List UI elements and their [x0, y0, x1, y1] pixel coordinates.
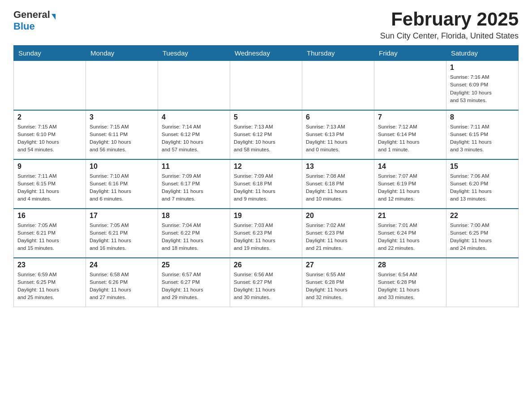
calendar-week-row: 2Sunrise: 7:15 AM Sunset: 6:10 PM Daylig…: [14, 110, 519, 159]
day-info: Sunrise: 7:10 AM Sunset: 6:16 PM Dayligh…: [90, 172, 154, 203]
day-info: Sunrise: 7:01 AM Sunset: 6:24 PM Dayligh…: [378, 222, 442, 253]
weekday-header-monday: Monday: [86, 46, 158, 61]
month-title: February 2025: [380, 9, 519, 30]
day-number: 13: [306, 163, 370, 171]
day-number: 21: [378, 212, 442, 220]
day-info: Sunrise: 7:14 AM Sunset: 6:12 PM Dayligh…: [162, 123, 226, 154]
day-number: 17: [90, 212, 154, 220]
calendar-cell: 11Sunrise: 7:09 AM Sunset: 6:17 PM Dayli…: [158, 159, 230, 209]
day-info: Sunrise: 7:05 AM Sunset: 6:21 PM Dayligh…: [90, 222, 154, 253]
calendar-week-row: 23Sunrise: 6:59 AM Sunset: 6:25 PM Dayli…: [14, 258, 519, 307]
calendar-cell: 2Sunrise: 7:15 AM Sunset: 6:10 PM Daylig…: [14, 110, 86, 159]
calendar-cell: 19Sunrise: 7:03 AM Sunset: 6:23 PM Dayli…: [230, 209, 302, 258]
day-info: Sunrise: 7:15 AM Sunset: 6:10 PM Dayligh…: [17, 123, 82, 154]
day-number: 19: [234, 212, 298, 220]
day-number: 9: [17, 163, 82, 171]
logo-general-text: General: [13, 9, 50, 21]
day-number: 1: [450, 64, 515, 72]
logo: General Blue: [13, 9, 56, 32]
calendar-cell: [14, 61, 86, 110]
calendar-cell: 13Sunrise: 7:08 AM Sunset: 6:18 PM Dayli…: [302, 159, 374, 209]
day-info: Sunrise: 6:58 AM Sunset: 6:26 PM Dayligh…: [90, 271, 154, 302]
day-info: Sunrise: 7:09 AM Sunset: 6:17 PM Dayligh…: [162, 172, 226, 203]
day-info: Sunrise: 7:12 AM Sunset: 6:14 PM Dayligh…: [378, 123, 442, 154]
day-number: 5: [234, 113, 298, 121]
calendar-cell: 26Sunrise: 6:56 AM Sunset: 6:27 PM Dayli…: [230, 258, 302, 307]
day-number: 6: [306, 113, 370, 121]
weekday-header-friday: Friday: [374, 46, 446, 61]
calendar-cell: 5Sunrise: 7:13 AM Sunset: 6:12 PM Daylig…: [230, 110, 302, 159]
day-info: Sunrise: 7:05 AM Sunset: 6:21 PM Dayligh…: [17, 222, 82, 253]
day-info: Sunrise: 7:08 AM Sunset: 6:18 PM Dayligh…: [306, 172, 370, 203]
calendar-cell: 24Sunrise: 6:58 AM Sunset: 6:26 PM Dayli…: [86, 258, 158, 307]
logo-blue-text: Blue: [13, 21, 35, 32]
day-info: Sunrise: 7:06 AM Sunset: 6:20 PM Dayligh…: [450, 172, 515, 203]
day-number: 14: [378, 163, 442, 171]
day-info: Sunrise: 7:16 AM Sunset: 6:09 PM Dayligh…: [450, 73, 515, 104]
day-number: 20: [306, 212, 370, 220]
calendar-cell: 7Sunrise: 7:12 AM Sunset: 6:14 PM Daylig…: [374, 110, 446, 159]
calendar-week-row: 1Sunrise: 7:16 AM Sunset: 6:09 PM Daylig…: [14, 61, 519, 110]
title-area: February 2025 Sun City Center, Florida, …: [380, 9, 519, 41]
day-info: Sunrise: 7:13 AM Sunset: 6:12 PM Dayligh…: [234, 123, 298, 154]
day-info: Sunrise: 7:02 AM Sunset: 6:23 PM Dayligh…: [306, 222, 370, 253]
weekday-header-wednesday: Wednesday: [230, 46, 302, 61]
day-number: 26: [234, 261, 298, 269]
calendar-cell: 20Sunrise: 7:02 AM Sunset: 6:23 PM Dayli…: [302, 209, 374, 258]
calendar-cell: 18Sunrise: 7:04 AM Sunset: 6:22 PM Dayli…: [158, 209, 230, 258]
calendar-cell: 3Sunrise: 7:15 AM Sunset: 6:11 PM Daylig…: [86, 110, 158, 159]
day-info: Sunrise: 7:15 AM Sunset: 6:11 PM Dayligh…: [90, 123, 154, 154]
calendar-cell: 16Sunrise: 7:05 AM Sunset: 6:21 PM Dayli…: [14, 209, 86, 258]
calendar-cell: 17Sunrise: 7:05 AM Sunset: 6:21 PM Dayli…: [86, 209, 158, 258]
calendar-cell: 6Sunrise: 7:13 AM Sunset: 6:13 PM Daylig…: [302, 110, 374, 159]
calendar-cell: 10Sunrise: 7:10 AM Sunset: 6:16 PM Dayli…: [86, 159, 158, 209]
day-info: Sunrise: 7:11 AM Sunset: 6:15 PM Dayligh…: [450, 123, 515, 154]
calendar-table: SundayMondayTuesdayWednesdayThursdayFrid…: [13, 45, 519, 307]
calendar-cell: 8Sunrise: 7:11 AM Sunset: 6:15 PM Daylig…: [446, 110, 519, 159]
day-info: Sunrise: 7:03 AM Sunset: 6:23 PM Dayligh…: [234, 222, 298, 253]
day-info: Sunrise: 6:56 AM Sunset: 6:27 PM Dayligh…: [234, 271, 298, 302]
calendar-cell: 22Sunrise: 7:00 AM Sunset: 6:25 PM Dayli…: [446, 209, 519, 258]
weekday-header-row: SundayMondayTuesdayWednesdayThursdayFrid…: [14, 46, 519, 61]
calendar-cell: [86, 61, 158, 110]
calendar-cell: [302, 61, 374, 110]
day-number: 4: [162, 113, 226, 121]
weekday-header-saturday: Saturday: [446, 46, 519, 61]
day-number: 8: [450, 113, 515, 121]
calendar-cell: [230, 61, 302, 110]
day-info: Sunrise: 7:07 AM Sunset: 6:19 PM Dayligh…: [378, 172, 442, 203]
calendar-cell: 9Sunrise: 7:11 AM Sunset: 6:15 PM Daylig…: [14, 159, 86, 209]
page-header: General Blue February 2025 Sun City Cent…: [13, 9, 519, 41]
calendar-cell: [374, 61, 446, 110]
calendar-week-row: 16Sunrise: 7:05 AM Sunset: 6:21 PM Dayli…: [14, 209, 519, 258]
calendar-cell: 12Sunrise: 7:09 AM Sunset: 6:18 PM Dayli…: [230, 159, 302, 209]
day-number: 27: [306, 261, 370, 269]
day-number: 7: [378, 113, 442, 121]
day-number: 22: [450, 212, 515, 220]
location-title: Sun City Center, Florida, United States: [380, 31, 519, 41]
day-number: 24: [90, 261, 154, 269]
calendar-cell: 25Sunrise: 6:57 AM Sunset: 6:27 PM Dayli…: [158, 258, 230, 307]
calendar-cell: 14Sunrise: 7:07 AM Sunset: 6:19 PM Dayli…: [374, 159, 446, 209]
day-number: 16: [17, 212, 82, 220]
day-number: 10: [90, 163, 154, 171]
day-number: 23: [17, 261, 82, 269]
calendar-cell: 1Sunrise: 7:16 AM Sunset: 6:09 PM Daylig…: [446, 61, 519, 110]
day-number: 12: [234, 163, 298, 171]
calendar-cell: 4Sunrise: 7:14 AM Sunset: 6:12 PM Daylig…: [158, 110, 230, 159]
calendar-cell: 23Sunrise: 6:59 AM Sunset: 6:25 PM Dayli…: [14, 258, 86, 307]
calendar-cell: 21Sunrise: 7:01 AM Sunset: 6:24 PM Dayli…: [374, 209, 446, 258]
day-info: Sunrise: 6:57 AM Sunset: 6:27 PM Dayligh…: [162, 271, 226, 302]
calendar-week-row: 9Sunrise: 7:11 AM Sunset: 6:15 PM Daylig…: [14, 159, 519, 209]
day-number: 28: [378, 261, 442, 269]
day-info: Sunrise: 7:09 AM Sunset: 6:18 PM Dayligh…: [234, 172, 298, 203]
calendar-cell: 28Sunrise: 6:54 AM Sunset: 6:28 PM Dayli…: [374, 258, 446, 307]
day-number: 2: [17, 113, 82, 121]
day-number: 18: [162, 212, 226, 220]
day-number: 25: [162, 261, 226, 269]
day-number: 11: [162, 163, 226, 171]
logo-arrow-icon: [51, 14, 56, 20]
day-number: 15: [450, 163, 515, 171]
day-info: Sunrise: 7:00 AM Sunset: 6:25 PM Dayligh…: [450, 222, 515, 253]
day-info: Sunrise: 6:59 AM Sunset: 6:25 PM Dayligh…: [17, 271, 82, 302]
